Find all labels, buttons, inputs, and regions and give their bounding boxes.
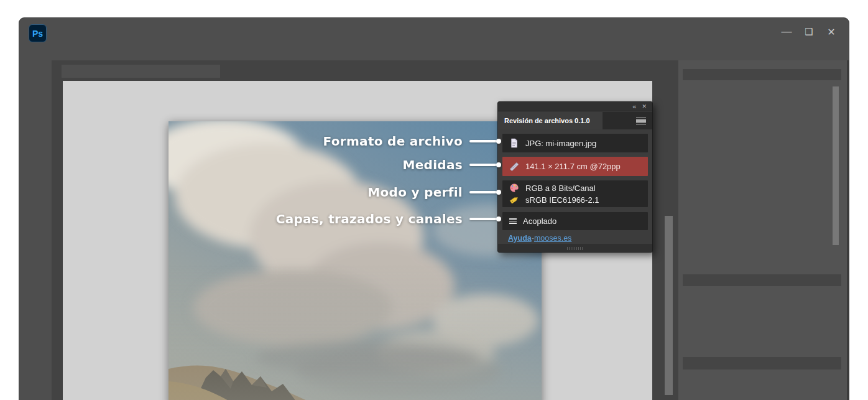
panel-links: Ayuda-mooses.es: [502, 230, 648, 243]
maximize-button[interactable]: ❑: [801, 23, 816, 40]
dock-panel-header-1[interactable]: [683, 69, 841, 80]
layers-row[interactable]: Acoplado: [502, 212, 648, 230]
help-link[interactable]: Ayuda: [508, 234, 532, 243]
color-mode-value: RGB a 8 Bits/Canal: [525, 184, 596, 193]
canvas-vertical-scrollbar[interactable]: [665, 216, 673, 395]
document-tab[interactable]: [62, 65, 220, 78]
tag-icon: [509, 195, 519, 205]
close-button[interactable]: ✕: [824, 23, 839, 40]
photo-document[interactable]: [169, 121, 542, 400]
ruler-icon: [509, 162, 519, 172]
revision-archivos-panel: « ✕ Revisión de archivos 0.1.0 JPG: mi-i…: [497, 101, 653, 253]
minimize-button[interactable]: —: [779, 23, 794, 40]
sky-photo: [169, 121, 542, 400]
dock-panel-header-2[interactable]: [683, 274, 841, 286]
screenshot-stage: Ps — ❑ ✕: [0, 0, 868, 400]
dock-scrollbar[interactable]: [833, 86, 839, 245]
file-format-value: JPG: mi-imagen.jpg: [525, 139, 596, 148]
dock-panel-header-3[interactable]: [683, 357, 841, 370]
file-icon: [509, 138, 519, 148]
panel-titlebar: « ✕: [498, 102, 652, 111]
mode-profile-row[interactable]: RGB a 8 Bits/Canal sRGB IEC61966-2.1: [502, 180, 648, 207]
color-profile-value: sRGB IEC61966-2.1: [525, 195, 599, 205]
layers-value: Acoplado: [523, 216, 556, 226]
panel-menu-icon[interactable]: [636, 118, 646, 124]
measures-row[interactable]: 141.1 × 211.7 cm @72ppp: [502, 157, 648, 176]
layers-icon: [509, 218, 517, 224]
photoshop-logo: Ps: [29, 24, 47, 42]
panel-tab[interactable]: Revisión de archivos 0.1.0: [498, 112, 603, 129]
window-controls: — ❑ ✕: [779, 23, 839, 40]
close-panel-icon[interactable]: ✕: [642, 104, 647, 109]
collapse-panel-icon[interactable]: «: [632, 103, 635, 109]
panel-bottom-bar: [498, 244, 652, 252]
mooses-link[interactable]: mooses.es: [534, 234, 571, 243]
file-format-row[interactable]: JPG: mi-imagen.jpg: [502, 134, 648, 152]
panel-resize-grip[interactable]: [567, 247, 583, 250]
panel-tabbar: Revisión de archivos 0.1.0: [498, 112, 652, 129]
palette-icon: [509, 183, 519, 193]
right-panel-dock: [678, 60, 849, 400]
measures-value: 141.1 × 211.7 cm @72ppp: [525, 162, 621, 171]
photoshop-window: Ps — ❑ ✕: [19, 17, 849, 400]
panel-body: JPG: mi-imagen.jpg 141.1 × 211.7 cm @72p…: [498, 129, 652, 243]
